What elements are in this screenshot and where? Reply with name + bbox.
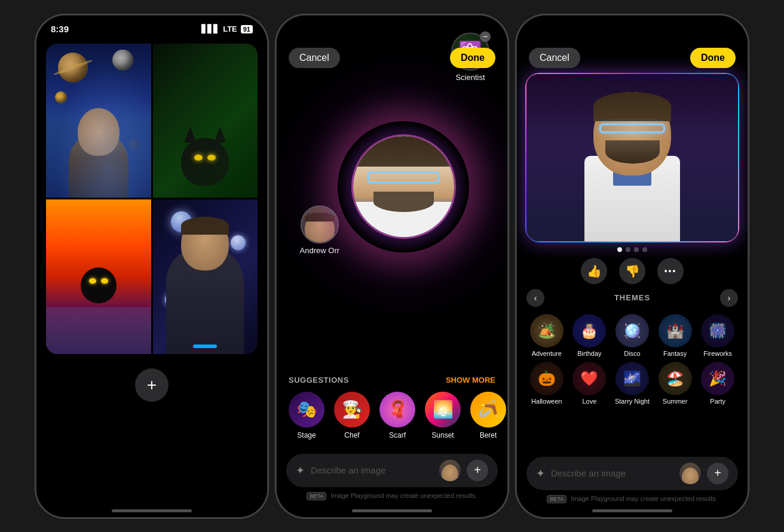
themes-grid: 🏕️ Adventure 🎂 Birthday 🪩 Disco 🏰 Fantas… [526,314,738,405]
grid-item-3[interactable] [46,199,151,354]
disco-label: Disco [624,350,641,357]
phone2-input-placeholder: Describe an image [311,465,433,475]
phones-container: 8:39 ▋▋▋ LTE 91 [35,14,749,518]
person-body [69,132,128,198]
suggestion-sunset[interactable]: 🌅 Sunset [425,392,461,439]
phone2-avatar-thumb[interactable] [439,460,461,481]
time-label: 8:39 [51,24,69,34]
phone3-input-row[interactable]: ✦ Describe an image + [526,457,738,490]
theme-halloween[interactable]: 🎃 Halloween [526,362,567,405]
suggestion-scarf[interactable]: 🧣 Scarf [379,392,415,439]
disco-icon: 🪩 [615,314,649,348]
suggestion-chef[interactable]: 👨‍🍳 Chef [334,392,370,439]
phone3-avatar-thumb[interactable] [679,463,701,484]
grid-item-2[interactable] [153,44,258,198]
andrew-remove-icon[interactable]: − [329,205,339,215]
stage-label: Stage [297,431,316,439]
phone-1: 8:39 ▋▋▋ LTE 91 [35,14,268,518]
themes-prev-button[interactable]: ‹ [526,289,544,307]
person-2-head [181,217,229,270]
power-button[interactable] [267,114,268,162]
battery-label: 91 [241,24,253,33]
rating-row: 👍 👎 ••• [517,258,748,284]
scientist-hair [593,92,671,121]
phone3-done-button[interactable]: Done [690,48,736,68]
planet-saturn [58,53,88,82]
done-button[interactable]: Done [450,48,495,68]
andrew-label: Andrew Orr [300,246,339,255]
status-icons: ▋▋▋ LTE 91 [201,24,253,33]
phone-3-screen: Cancel Done [517,16,748,517]
party-icon: 🎉 [701,362,734,395]
cancel-button[interactable]: Cancel [289,48,340,68]
battery-value: 91 [241,25,253,33]
suggestion-beret[interactable]: 🪃 Beret [470,392,506,439]
thumbs-up-button[interactable]: 👍 [581,258,607,284]
thumbs-down-button[interactable]: 👎 [619,258,645,284]
theme-starry-night[interactable]: 🌌 Starry Night [612,362,653,405]
andrew-hair [305,213,335,222]
phone2-plus-button[interactable]: + [467,460,488,481]
theme-fantasy[interactable]: 🏰 Fantasy [655,314,696,357]
network-label: LTE [223,24,237,33]
scarf-icon: 🧣 [379,392,415,428]
beret-icon: 🪃 [470,392,506,428]
image-playground-icon: ✦ [296,464,305,477]
themes-next-button[interactable]: › [720,289,738,307]
thumb-face [439,460,461,481]
hoodie-accent [193,345,217,348]
phone-1-screen: 8:39 ▋▋▋ LTE 91 [36,16,267,517]
saturn-ring [53,59,93,76]
add-button[interactable]: + [135,368,169,402]
thumb-face-inner [442,465,458,481]
phone2-input-row[interactable]: ✦ Describe an image + [286,454,498,487]
theme-birthday[interactable]: 🎂 Birthday [569,314,610,357]
phone3-power-button[interactable] [748,114,749,162]
phone2-power-button[interactable] [507,114,509,162]
theme-fireworks[interactable]: 🎆 Fireworks [697,314,738,357]
show-more-button[interactable]: SHOW MORE [446,376,495,385]
phone2-beta-notice: BETA Image Playground may create unexpec… [286,492,498,499]
phone3-main-image [526,74,738,241]
phone3-plus-button[interactable]: + [707,463,728,484]
andrew-badge[interactable]: − Andrew Orr [300,205,339,255]
phone2-bottom-bar: ✦ Describe an image + BETA Image Playgro… [277,454,507,499]
dot-4[interactable] [642,247,647,252]
chef-label: Chef [344,431,359,439]
sunset-label: Sunset [431,431,454,439]
beret-label: Beret [480,431,497,439]
cat2-eye-right [101,278,108,284]
dot-2[interactable] [626,247,630,252]
theme-summer[interactable]: 🏖️ Summer [655,362,696,405]
theme-love[interactable]: ❤️ Love [569,362,610,405]
scientist-person [572,86,692,241]
scientist-face [593,92,671,176]
phone-2-screen: Cancel Done − Andrew Orr [277,16,507,517]
andrew-face-inner [305,213,335,242]
theme-party[interactable]: 🎉 Party [697,362,738,405]
fantasy-icon: 🏰 [659,314,692,348]
person-2-body [166,247,244,354]
phone2-home-indicator [352,509,432,512]
phone3-main-image-container [526,74,738,241]
phone3-home-indicator [592,509,672,512]
grid-item-4[interactable] [153,199,258,354]
fireworks-label: Fireworks [703,350,732,357]
suggestions-header: SUGGESTIONS SHOW MORE [289,376,495,385]
grid-item-1[interactable] [46,44,151,198]
phone3-cancel-button[interactable]: Cancel [529,48,580,68]
chef-icon: 👨‍🍳 [334,392,370,428]
planet-small [55,91,67,103]
suggestion-stage[interactable]: 🎭 Stage [289,392,324,439]
phone3-beta-tag: BETA [547,495,566,503]
sunset-icon: 🌅 [425,392,461,428]
dot-1[interactable] [617,247,622,252]
person-2-hair [181,217,229,235]
main-avatar-container[interactable] [338,121,469,253]
dot-3[interactable] [634,247,639,252]
theme-adventure[interactable]: 🏕️ Adventure [526,314,567,357]
more-options-button[interactable]: ••• [657,258,684,284]
summer-icon: 🏖️ [659,362,692,395]
birthday-label: Birthday [577,350,601,357]
theme-disco[interactable]: 🪩 Disco [612,314,653,357]
